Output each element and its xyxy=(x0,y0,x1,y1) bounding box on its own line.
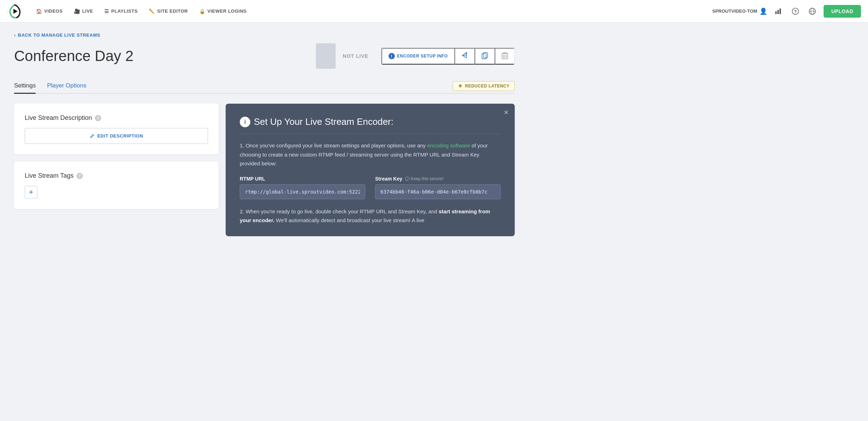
camera-icon: 🎥 xyxy=(74,8,80,14)
edit-description-button[interactable]: EDIT DESCRIPTION xyxy=(25,128,208,144)
copy-button[interactable] xyxy=(475,48,495,65)
home-icon: 🏠 xyxy=(36,8,42,14)
list-icon: ☰ xyxy=(104,8,109,14)
help-icon[interactable]: ? xyxy=(790,6,801,17)
trash-icon xyxy=(502,52,508,60)
main-layout: Live Stream Description ? EDIT DESCRIPTI… xyxy=(14,104,515,216)
nav-site-editor[interactable]: ✏️ SITE EDITOR xyxy=(144,6,192,16)
modal-info-icon: i xyxy=(240,117,250,127)
secure-note: i Keep this secure! xyxy=(405,176,444,181)
modal-title: i Set Up Your Live Stream Encoder: xyxy=(240,116,501,127)
navbar: 🏠 VIDEOS 🎥 LIVE ☰ PLAYLISTS ✏️ SITE EDIT… xyxy=(0,0,868,23)
stream-key-input[interactable] xyxy=(375,184,501,199)
nav-playlists[interactable]: ☰ PLAYLISTS xyxy=(99,6,142,16)
tab-player-options[interactable]: Player Options xyxy=(47,79,86,94)
nav-right: SPROUTVIDEO-TOM 👤 ? UPLOAD xyxy=(712,5,861,18)
modal-step1: 1. Once you've configured your live stre… xyxy=(240,141,501,168)
nav-viewer-logins[interactable]: 🔒 VIEWER LOGINS xyxy=(194,6,252,16)
rtmp-url-field: RTMP URL xyxy=(240,176,365,199)
stream-key-field: Stream Key i Keep this secure! xyxy=(375,176,501,199)
encoding-software-link[interactable]: encoding software xyxy=(427,142,470,148)
share-icon xyxy=(461,52,468,60)
stream-status: NOT LIVE xyxy=(343,53,368,59)
logo[interactable] xyxy=(7,4,23,19)
stream-title: Conference Day 2 xyxy=(14,48,309,65)
modal-fields: RTMP URL Stream Key i Keep this secure! xyxy=(240,176,501,199)
nav-links: 🏠 VIDEOS 🎥 LIVE ☰ PLAYLISTS ✏️ SITE EDIT… xyxy=(31,6,712,16)
description-card: Live Stream Description ? EDIT DESCRIPTI… xyxy=(14,104,219,154)
rtmp-url-input[interactable] xyxy=(240,184,365,199)
left-panel: Live Stream Description ? EDIT DESCRIPTI… xyxy=(14,104,219,216)
back-link[interactable]: ‹ BACK TO MANAGE LIVE STREAMS xyxy=(14,32,515,38)
rtmp-url-label: RTMP URL xyxy=(240,176,365,182)
tabs-bar: Settings Player Options REDUCED LATENCY xyxy=(14,79,515,94)
share-button[interactable] xyxy=(454,48,475,65)
tags-help-icon[interactable]: ? xyxy=(77,173,83,179)
add-tag-button[interactable]: + xyxy=(25,186,37,199)
svg-rect-19 xyxy=(503,53,506,54)
svg-text:?: ? xyxy=(794,9,797,14)
copy-icon xyxy=(482,52,488,60)
svg-rect-2 xyxy=(775,11,777,14)
svg-rect-3 xyxy=(777,10,779,14)
stream-header: Conference Day 2 NOT LIVE i ENCODER SETU… xyxy=(14,43,515,69)
encoder-setup-modal: × i Set Up Your Live Stream Encoder: 1. … xyxy=(226,104,515,236)
svg-rect-4 xyxy=(780,8,781,14)
tags-card: Live Stream Tags ? + xyxy=(14,161,219,209)
page-content: ‹ BACK TO MANAGE LIVE STREAMS Conference… xyxy=(0,23,529,226)
delete-button[interactable] xyxy=(495,48,514,65)
stream-actions: i ENCODER SETUP INFO xyxy=(381,48,515,65)
chevron-left-icon: ‹ xyxy=(14,32,16,38)
info-circle-icon: i xyxy=(389,53,395,59)
stream-key-label: Stream Key i Keep this secure! xyxy=(375,176,501,182)
tags-card-title: Live Stream Tags ? xyxy=(25,172,208,179)
user-menu[interactable]: SPROUTVIDEO-TOM 👤 xyxy=(712,7,767,15)
reduced-latency-badge: REDUCED LATENCY xyxy=(453,81,515,91)
pencil-icon: ✏️ xyxy=(149,8,155,14)
description-card-title: Live Stream Description ? xyxy=(25,114,208,122)
tab-settings[interactable]: Settings xyxy=(14,79,36,94)
lock-icon: 🔒 xyxy=(199,8,206,14)
upload-button[interactable]: UPLOAD xyxy=(824,5,861,18)
modal-step2: 2. When you're ready to go live, double … xyxy=(240,207,501,225)
stream-thumbnail xyxy=(316,43,336,69)
modal-close-button[interactable]: × xyxy=(504,109,508,116)
user-icon: 👤 xyxy=(759,7,767,15)
nav-videos[interactable]: 🏠 VIDEOS xyxy=(31,6,68,16)
nav-live[interactable]: 🎥 LIVE xyxy=(69,6,98,16)
analytics-icon[interactable] xyxy=(773,6,784,17)
description-help-icon[interactable]: ? xyxy=(95,115,101,121)
svg-text:i: i xyxy=(407,178,408,181)
globe-icon[interactable] xyxy=(807,6,818,17)
encoder-setup-button[interactable]: i ENCODER SETUP INFO xyxy=(381,48,454,65)
modal-divider xyxy=(240,134,501,134)
modal-overlay: × i Set Up Your Live Stream Encoder: 1. … xyxy=(226,104,515,266)
